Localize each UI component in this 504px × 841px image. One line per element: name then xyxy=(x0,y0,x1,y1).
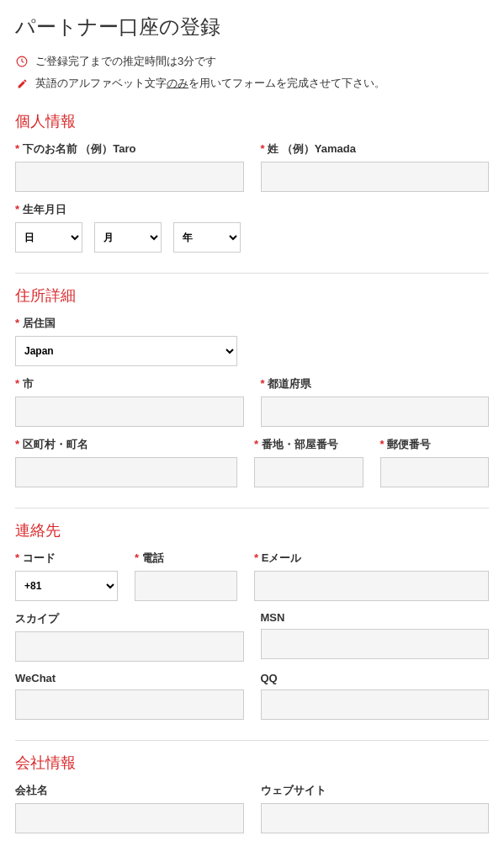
divider xyxy=(15,508,489,508)
label-company: 会社名 xyxy=(15,783,244,798)
heading-company: 会社情報 xyxy=(15,753,489,773)
select-country[interactable]: Japan xyxy=(15,336,237,366)
label-city: * 市 xyxy=(15,376,244,391)
label-firstname: * 下のお名前 （例）Taro xyxy=(15,141,244,157)
input-city[interactable] xyxy=(15,397,244,427)
page-title: パートナー口座の登録 xyxy=(15,13,489,40)
select-year[interactable]: 年 xyxy=(173,222,241,253)
heading-address: 住所詳細 xyxy=(15,285,489,306)
label-country: * 居住国 xyxy=(15,316,489,331)
input-district[interactable] xyxy=(15,457,237,487)
info-time: ご登録完了までの推定時間は3分です xyxy=(15,54,489,69)
info-list: ご登録完了までの推定時間は3分です 英語のアルファベット文字のみを用いてフォーム… xyxy=(15,54,489,91)
info-language-text: 英語のアルファベット文字のみを用いてフォームを完成させて下さい。 xyxy=(35,76,385,91)
label-district: * 区町村・町名 xyxy=(15,437,237,452)
divider xyxy=(15,740,489,741)
input-skype[interactable] xyxy=(15,631,244,662)
input-lastname[interactable] xyxy=(261,162,490,192)
info-time-text: ご登録完了までの推定時間は3分です xyxy=(35,54,216,69)
heading-contact: 連絡先 xyxy=(15,520,489,540)
label-email: * Eメール xyxy=(254,551,489,566)
label-address: * 番地・部屋番号 xyxy=(254,437,363,452)
label-msn: MSN xyxy=(261,611,490,624)
heading-personal: 個人情報 xyxy=(15,111,489,131)
section-personal: 個人情報 * 下のお名前 （例）Taro * 姓 （例）Yamada * 生年月… xyxy=(15,111,489,253)
section-contact: 連絡先 * コード +81 * 電話 * Eメール スカイプ MSN WeCha… xyxy=(15,520,489,720)
input-postal[interactable] xyxy=(380,457,490,487)
label-skype: スカイプ xyxy=(15,611,244,626)
pencil-icon xyxy=(15,78,29,89)
input-prefecture[interactable] xyxy=(261,397,490,427)
label-wechat: WeChat xyxy=(15,672,244,684)
input-firstname[interactable] xyxy=(15,162,244,192)
input-website[interactable] xyxy=(261,803,490,833)
label-qq: QQ xyxy=(261,672,490,684)
label-postal: * 郵便番号 xyxy=(380,437,490,452)
label-website: ウェブサイト xyxy=(261,783,490,798)
input-phone[interactable] xyxy=(135,571,237,601)
section-address: 住所詳細 * 居住国 Japan * 市 * 都道府県 * 区町村・町名 * 番… xyxy=(15,285,489,487)
label-lastname: * 姓 （例）Yamada xyxy=(261,141,490,157)
divider xyxy=(15,273,489,274)
select-month[interactable]: 月 xyxy=(94,222,162,253)
input-company[interactable] xyxy=(15,803,244,833)
section-company: 会社情報 会社名 ウェブサイト 消費税番号 xyxy=(15,753,489,841)
label-prefecture: * 都道府県 xyxy=(261,376,490,391)
select-code[interactable]: +81 xyxy=(15,571,118,601)
input-qq[interactable] xyxy=(261,689,490,720)
label-phone: * 電話 xyxy=(135,551,237,566)
input-email[interactable] xyxy=(254,571,489,601)
clock-icon xyxy=(15,56,29,67)
label-dob: * 生年月日 xyxy=(15,202,489,217)
select-day[interactable]: 日 xyxy=(15,222,82,253)
input-msn[interactable] xyxy=(261,629,490,659)
info-language: 英語のアルファベット文字のみを用いてフォームを完成させて下さい。 xyxy=(15,76,489,91)
label-code: * コード xyxy=(15,551,118,566)
input-address[interactable] xyxy=(254,457,363,487)
input-wechat[interactable] xyxy=(15,689,244,720)
